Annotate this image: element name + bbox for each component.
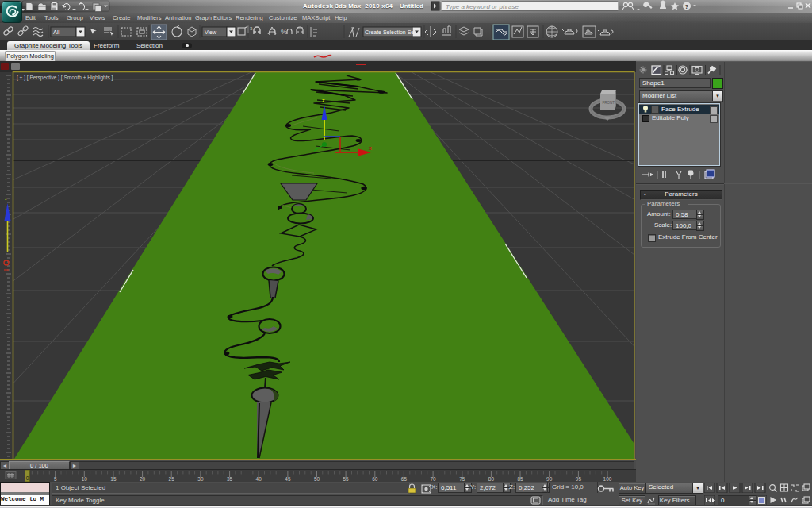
svg-text:5: 5 [54,476,57,482]
svg-text:z: z [322,98,325,103]
svg-text:80: 80 [488,476,495,482]
svg-text:65: 65 [401,476,408,482]
svg-text:3: 3 [250,26,253,31]
svg-text:25: 25 [169,476,175,482]
svg-text:85: 85 [517,476,523,482]
svg-text:50: 50 [314,476,320,482]
svg-text:70: 70 [430,476,436,482]
svg-text:30: 30 [197,476,204,482]
svg-text:10: 10 [82,476,88,482]
svg-text:z: z [5,196,7,201]
svg-text:15: 15 [110,476,117,482]
svg-text:100: 100 [603,476,612,482]
svg-text:x: x [369,145,372,151]
svg-text:All: All [53,29,60,36]
svg-text:60: 60 [372,476,378,482]
svg-text:75: 75 [459,476,465,482]
svg-text:95: 95 [576,476,582,482]
svg-text:?: ? [685,3,689,10]
svg-text:%: % [281,28,287,36]
svg-text:[ + ] [ Perspective ] [ Smooth: [ + ] [ Perspective ] [ Smooth + Highlig… [17,75,113,81]
svg-text:Type a keyword or phrase: Type a keyword or phrase [446,3,519,10]
svg-text:55: 55 [343,476,349,482]
svg-text:Create Selection Se: Create Selection Se [365,29,414,35]
svg-text:View: View [205,29,217,35]
svg-text:20: 20 [140,476,146,482]
svg-text:35: 35 [227,476,233,482]
svg-text:45: 45 [285,476,291,482]
svg-text:40: 40 [256,476,262,482]
svg-text:0: 0 [26,475,29,481]
svg-text:FRONT: FRONT [603,101,615,105]
svg-text:90: 90 [546,476,553,482]
